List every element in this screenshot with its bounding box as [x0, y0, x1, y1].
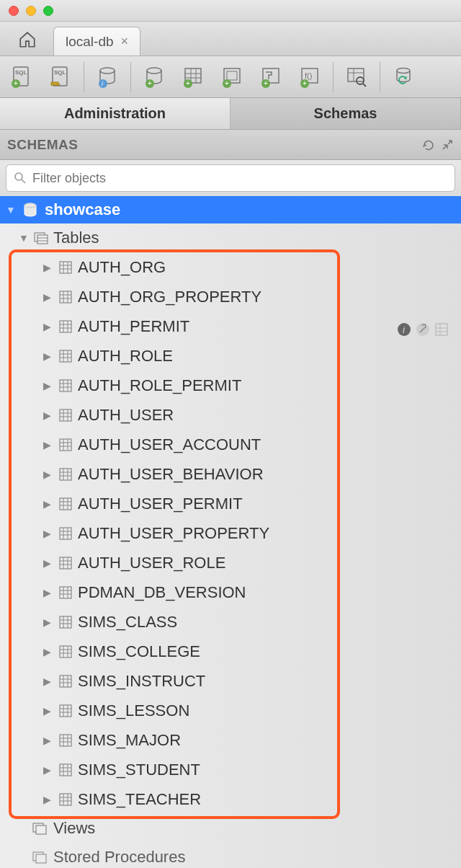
table-node[interactable]: ▶ AUTH_ROLE [0, 341, 461, 371]
svg-rect-146 [436, 324, 447, 335]
expand-triangle-icon: ▶ [43, 764, 53, 776]
create-function-button[interactable]: f() + [294, 61, 326, 93]
svg-point-9 [147, 68, 161, 74]
table-name: SIMS_CLASS [78, 613, 177, 632]
minimize-window-button[interactable] [26, 6, 36, 16]
table-node[interactable]: ▶ AUTH_ORG_PROPERTY [0, 282, 461, 311]
expand-triangle-icon: ▶ [43, 646, 53, 657]
table-node[interactable]: ▶ SIMS_STUDENT [0, 755, 461, 784]
procedure-add-icon: + [259, 65, 283, 89]
table-node[interactable]: ▶ AUTH_ORG [0, 252, 461, 282]
table-node[interactable]: ▶ AUTH_USER_ACCOUNT [0, 430, 461, 459]
svg-point-33 [357, 77, 364, 84]
stored-procedures-folder[interactable]: Stored Procedures [0, 843, 461, 868]
table-name: AUTH_USER [78, 406, 174, 425]
filter-objects-input[interactable] [6, 164, 455, 192]
search-table-button[interactable] [341, 61, 372, 93]
svg-rect-140 [36, 825, 46, 834]
svg-text:+: + [148, 79, 152, 87]
table-icon [59, 763, 72, 776]
filter-container [0, 160, 461, 196]
close-window-button[interactable] [9, 6, 19, 16]
open-sql-file-button[interactable]: SQL [45, 61, 76, 93]
expand-triangle-icon: ▶ [43, 380, 53, 391]
table-name: PDMAN_DB_VERSION [78, 583, 246, 602]
table-node[interactable]: ▶ SIMS_MAJOR [0, 725, 461, 755]
table-node[interactable]: ▶ AUTH_ROLE_PERMIT [0, 371, 461, 400]
table-node[interactable]: ▶ AUTH_USER_ROLE [0, 548, 461, 577]
svg-text:+: + [264, 79, 268, 87]
table-name: AUTH_ORG [78, 258, 166, 277]
views-folder[interactable]: Views [0, 814, 461, 843]
svg-text:+: + [14, 79, 18, 87]
table-node[interactable]: ▶ SIMS_COLLEGE [0, 637, 461, 666]
expand-triangle-icon: ▼ [19, 232, 29, 244]
svg-text:SQL: SQL [15, 69, 27, 76]
tables-list: ▶ AUTH_ORG ▶ AUTH_ORG_PROPERTY ▶ AUTH_PE… [0, 252, 461, 814]
refresh-button[interactable] [388, 61, 419, 93]
navigator-tabs: Administration Schemas [0, 98, 461, 130]
svg-rect-119 [60, 705, 71, 717]
svg-rect-84 [60, 498, 71, 510]
expand-triangle-icon: ▼ [6, 204, 16, 216]
views-label: Views [53, 819, 95, 838]
tables-folder[interactable]: ▼ Tables [0, 223, 461, 252]
close-tab-icon[interactable]: × [121, 34, 129, 49]
svg-rect-109 [60, 646, 71, 657]
svg-point-7 [99, 79, 107, 88]
database-node[interactable]: ▼ showcase [0, 196, 461, 223]
table-node[interactable]: ▶ AUTH_USER_PROPERTY [0, 518, 461, 548]
home-tab[interactable] [10, 27, 45, 53]
table-node[interactable]: ▶ SIMS_INSTRUCT [0, 666, 461, 696]
document-tabs: local-db × [0, 22, 461, 56]
new-sql-file-button[interactable]: SQL + [6, 61, 37, 93]
create-table-button[interactable]: + [177, 61, 209, 93]
server-status-button[interactable]: i [91, 61, 123, 93]
table-node[interactable]: ▶ PDMAN_DB_VERSION [0, 577, 461, 607]
object-action-icons: i [396, 322, 449, 337]
table-name: AUTH_ROLE_PERMIT [78, 376, 241, 395]
create-procedure-button[interactable]: + [255, 61, 287, 93]
svg-rect-69 [60, 409, 71, 421]
table-icon [59, 527, 72, 540]
table-name: AUTH_ROLE [78, 347, 173, 366]
svg-rect-74 [60, 439, 71, 451]
svg-point-36 [15, 173, 22, 180]
table-node[interactable]: ▶ AUTH_USER_PERMIT [0, 489, 461, 518]
tab-schemas[interactable]: Schemas [230, 98, 461, 129]
filter-input-field[interactable] [32, 171, 447, 186]
object-info-icon[interactable]: i [396, 322, 412, 337]
table-node[interactable]: ▶ SIMS_CLASS [0, 607, 461, 637]
collapse-panel-icon[interactable] [441, 138, 454, 151]
db-refresh-icon [391, 65, 416, 89]
table-icon [59, 734, 72, 747]
create-schema-button[interactable]: + [138, 61, 170, 93]
create-view-button[interactable]: + [216, 61, 248, 93]
expand-triangle-icon: ▶ [43, 291, 53, 303]
maximize-window-button[interactable] [43, 6, 53, 16]
home-icon [17, 30, 38, 49]
table-node[interactable]: ▶ AUTH_PERMIT [0, 311, 461, 341]
object-select-icon[interactable] [434, 322, 449, 337]
expand-triangle-icon: ▶ [43, 794, 53, 805]
database-label: showcase [45, 200, 120, 219]
table-name: AUTH_USER_PROPERTY [78, 524, 269, 543]
table-node[interactable]: ▶ AUTH_USER_BEHAVIOR [0, 459, 461, 489]
expand-triangle-icon: ▶ [43, 528, 53, 539]
refresh-schemas-icon[interactable] [422, 138, 435, 151]
expand-triangle-icon: ▶ [43, 469, 53, 480]
table-node[interactable]: ▶ SIMS_LESSON [0, 696, 461, 725]
tab-label: local-db [66, 34, 114, 50]
connection-tab[interactable]: local-db × [53, 27, 140, 56]
table-node[interactable]: ▶ AUTH_USER [0, 400, 461, 430]
table-node[interactable]: ▶ SIMS_TEACHER [0, 784, 461, 814]
svg-line-34 [363, 84, 366, 87]
main-toolbar: SQL + SQL i + + [0, 56, 461, 98]
search-icon [14, 172, 27, 185]
function-add-icon: f() + [297, 65, 322, 89]
expand-triangle-icon: ▶ [43, 616, 53, 628]
tab-administration[interactable]: Administration [0, 98, 230, 129]
toolbar-separator [130, 62, 131, 92]
svg-rect-89 [60, 528, 71, 539]
object-wrench-icon[interactable] [415, 322, 431, 337]
